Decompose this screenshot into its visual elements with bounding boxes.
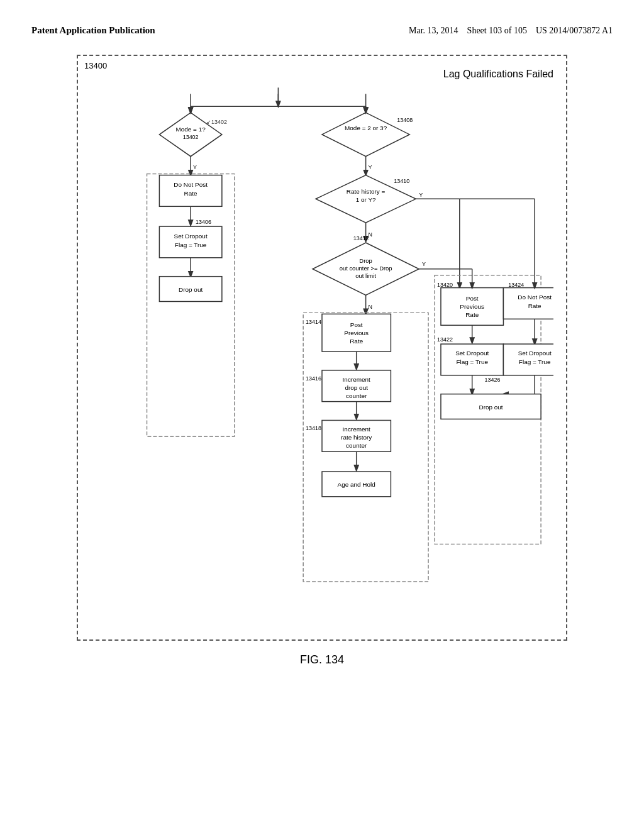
svg-text:Drop: Drop [359, 257, 372, 264]
page-header: Patent Application Publication Mar. 13, … [31, 25, 613, 36]
svg-text:Flag = True: Flag = True [175, 241, 207, 248]
patent-info: Mar. 13, 2014 Sheet 103 of 105 US 2014/0… [409, 26, 613, 36]
svg-text:Previous: Previous [460, 303, 484, 310]
svg-text:13416: 13416 [306, 375, 321, 382]
svg-text:Y: Y [419, 192, 423, 198]
diagram-id: 13400 [84, 61, 107, 70]
svg-text:Set Dropout: Set Dropout [455, 350, 489, 357]
page: Patent Application Publication Mar. 13, … [0, 0, 644, 830]
svg-text:13408: 13408 [397, 117, 413, 123]
svg-text:Previous: Previous [344, 329, 369, 336]
svg-text:Mode = 1?: Mode = 1? [176, 126, 206, 133]
svg-text:rate history: rate history [341, 434, 372, 441]
svg-text:Do Not Post: Do Not Post [518, 294, 552, 301]
svg-text:13424: 13424 [508, 282, 524, 288]
svg-text:drop out: drop out [345, 384, 368, 391]
svg-text:out limit: out limit [355, 272, 376, 279]
svg-text:Increment: Increment [343, 376, 370, 383]
svg-text:counter: counter [346, 442, 367, 449]
svg-text:13402: 13402 [183, 134, 199, 140]
svg-text:Rate: Rate [350, 338, 363, 345]
svg-text:Drop out: Drop out [479, 404, 502, 411]
diagram-title: Lag Qualifications Failed [91, 69, 553, 80]
svg-text:13412: 13412 [353, 235, 369, 241]
svg-text:Y: Y [193, 164, 197, 170]
svg-text:Flag = True: Flag = True [456, 358, 488, 365]
svg-text:Rate: Rate [184, 190, 197, 197]
svg-text:Mode = 2 or 3?: Mode = 2 or 3? [345, 124, 387, 131]
svg-text:13406: 13406 [196, 219, 211, 225]
svg-text:↙13402: ↙13402 [206, 119, 227, 125]
svg-text:13414: 13414 [306, 319, 321, 325]
svg-text:out counter >= Drop: out counter >= Drop [340, 265, 392, 272]
svg-text:Post: Post [466, 295, 479, 302]
publication-label: Patent Application Publication [31, 25, 155, 36]
svg-text:Flag = True: Flag = True [519, 358, 551, 365]
svg-text:Set Dropout: Set Dropout [518, 350, 552, 357]
svg-text:Age and Hold: Age and Hold [338, 481, 375, 488]
sheet-info: Sheet 103 of 105 [467, 26, 527, 35]
svg-text:Y: Y [369, 164, 372, 170]
patent-number: US 2014/0073872 A1 [536, 26, 613, 35]
pub-date: Mar. 13, 2014 [409, 26, 458, 35]
svg-text:13410: 13410 [394, 178, 409, 184]
svg-text:13420: 13420 [437, 282, 453, 288]
svg-text:Set Dropout: Set Dropout [174, 233, 208, 240]
svg-text:1 or Y?: 1 or Y? [356, 196, 376, 203]
svg-text:13426: 13426 [485, 377, 501, 383]
flowchart-svg: Mode = 1? 13402 ↙13402 Y Do Not Post Rat… [91, 86, 553, 627]
svg-text:Rate: Rate [528, 302, 541, 309]
figure-label: FIG. 134 [31, 653, 613, 667]
svg-text:Rate: Rate [465, 311, 479, 318]
diagram-container: 13400 Lag Qualifications Failed Mode = 1… [77, 55, 567, 641]
svg-text:13418: 13418 [306, 425, 321, 431]
svg-text:Do Not Post: Do Not Post [174, 181, 208, 188]
svg-text:Post: Post [350, 321, 363, 328]
svg-text:Increment: Increment [343, 426, 370, 433]
svg-text:Drop out: Drop out [179, 286, 203, 293]
svg-text:counter: counter [346, 392, 367, 399]
svg-text:13422: 13422 [437, 336, 453, 343]
svg-text:Y: Y [422, 261, 426, 267]
svg-text:N: N [369, 304, 372, 310]
flowchart: Mode = 1? 13402 ↙13402 Y Do Not Post Rat… [91, 86, 553, 627]
svg-text:Rate history =: Rate history = [347, 188, 386, 195]
